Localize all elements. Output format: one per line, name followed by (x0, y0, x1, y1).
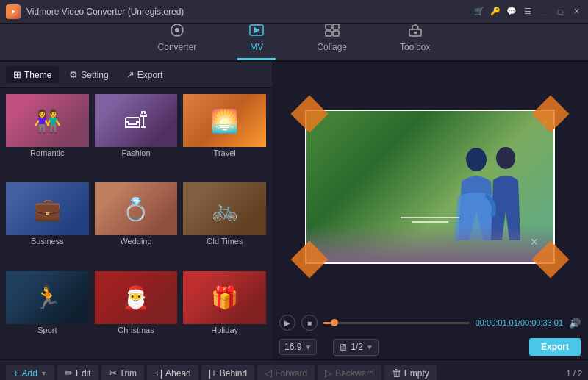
trim-icon: ✂ (109, 368, 117, 379)
toolbox-icon (408, 24, 423, 40)
tab-toolbox-label: Toolbox (400, 42, 430, 52)
subtab-theme[interactable]: ⊞ Theme (6, 66, 59, 83)
subtab-setting-label: Setting (81, 70, 108, 80)
subtab-export[interactable]: ↗ Export (119, 66, 171, 83)
theme-label-wedding: Wedding (95, 235, 178, 248)
forward-button[interactable]: ◁ Forward (257, 365, 315, 380)
theme-item-business[interactable]: 💼 Business (4, 181, 90, 266)
progress-fill (323, 322, 331, 324)
page-select-value: 1/2 (351, 342, 363, 352)
backward-button[interactable]: ▷ Backward (318, 365, 381, 380)
message-icon[interactable]: 💬 (506, 6, 517, 18)
text-line-2 (412, 221, 448, 223)
export-button[interactable]: Export (529, 338, 581, 356)
svg-point-12 (466, 148, 487, 171)
time-display: 00:00:01.01/00:00:33.01 (476, 318, 563, 327)
tab-toolbox[interactable]: Toolbox (388, 19, 442, 60)
svg-marker-5 (254, 27, 260, 33)
empty-label: Empty (404, 368, 429, 379)
text-line-1 (401, 217, 459, 218)
theme-item-wedding[interactable]: 💍 Wedding (93, 181, 179, 266)
theme-label-travel: Travel (183, 147, 266, 159)
svg-rect-8 (326, 31, 331, 36)
theme-label-sport: Sport (6, 324, 89, 337)
tab-collage-label: Collage (317, 42, 347, 52)
player-controls: ▶ ■ 00:00:01.01/00:00:33.01 🔊 (272, 311, 588, 334)
setting-gear-icon: ⚙ (69, 69, 78, 80)
ahead-button[interactable]: +| Ahead (147, 365, 198, 380)
screen-select[interactable]: 🖥 1/2 ▼ (333, 339, 379, 356)
trim-label: Trim (120, 368, 137, 379)
theme-item-holiday[interactable]: 🎁 Holiday (182, 270, 268, 355)
theme-item-fashion[interactable]: 🛋 Fashion (93, 93, 179, 178)
page-arrow-icon: ▼ (366, 343, 373, 351)
app-icon (6, 4, 21, 19)
edit-label: Edit (76, 368, 91, 379)
tab-converter-label: Converter (158, 42, 197, 52)
theme-item-christmas[interactable]: 🎅 Christmas (93, 270, 179, 355)
trim-button[interactable]: ✂ Trim (101, 365, 145, 380)
tab-mv-label: MV (250, 42, 263, 52)
behind-button[interactable]: |+ Behind (201, 365, 254, 380)
tab-collage[interactable]: Collage (305, 19, 359, 60)
mv-icon (249, 24, 264, 40)
progress-dot (331, 319, 338, 326)
maximize-button[interactable]: □ (554, 6, 566, 18)
ratio-export-row: 16:9 ▼ 🖥 1/2 ▼ Export (272, 334, 588, 359)
window-controls: 🛒 🔑 💬 ☰ ─ □ ✕ (473, 6, 582, 18)
right-panel: ♥ ✕ ▶ ■ 00:00:01.01/00:00:33.01 🔊 16:9 ▼ (272, 62, 588, 359)
key-icon[interactable]: 🔑 (490, 6, 501, 18)
add-dropdown-icon: ▼ (40, 370, 47, 377)
field-bg (306, 226, 553, 262)
tab-mv[interactable]: MV (237, 19, 276, 60)
empty-button[interactable]: 🗑 Empty (384, 365, 437, 380)
add-button[interactable]: + Add ▼ (6, 365, 54, 380)
theme-grid: 👫 Romantic 🛋 Fashion 🌅 Travel (0, 88, 272, 359)
add-icon: + (13, 368, 19, 379)
behind-icon: |+ (209, 368, 217, 379)
bottom-toolbar: + Add ▼ ✏ Edit ✂ Trim +| Ahead |+ Behind… (0, 359, 588, 380)
svg-rect-7 (333, 24, 339, 29)
theme-label-fashion: Fashion (95, 147, 178, 159)
ratio-arrow-icon: ▼ (304, 343, 312, 351)
theme-item-oldtimes[interactable]: 🚲 Old Times (182, 181, 268, 266)
svg-rect-11 (414, 32, 417, 34)
minimize-button[interactable]: ─ (538, 6, 550, 18)
subtab-theme-label: Theme (24, 70, 51, 80)
theme-label-romantic: Romantic (6, 147, 89, 159)
ratio-value: 16:9 (284, 342, 301, 352)
theme-label-holiday: Holiday (183, 324, 266, 337)
subtab-setting[interactable]: ⚙ Setting (62, 66, 115, 83)
close-overlay-icon: ✕ (530, 236, 539, 248)
theme-item-sport[interactable]: 🏃 Sport (4, 270, 90, 355)
preview-image: ♥ ✕ (305, 110, 555, 264)
svg-rect-6 (326, 24, 331, 29)
svg-rect-9 (333, 31, 339, 36)
menu-icon[interactable]: ☰ (522, 6, 534, 18)
export-arrow-icon: ↗ (126, 69, 135, 80)
title-bar: Vidmore Video Converter (Unregistered) 🛒… (0, 0, 588, 24)
tab-converter[interactable]: Converter (146, 19, 209, 60)
sub-tabs: ⊞ Theme ⚙ Setting ↗ Export (0, 62, 272, 88)
page-number-right: 1 / 2 (567, 369, 582, 378)
progress-bar[interactable] (323, 322, 470, 324)
main-content: ⊞ Theme ⚙ Setting ↗ Export 👫 Romantic (0, 62, 588, 359)
left-panel: ⊞ Theme ⚙ Setting ↗ Export 👫 Romantic (0, 62, 272, 359)
stop-button[interactable]: ■ (301, 315, 318, 331)
ratio-select[interactable]: 16:9 ▼ (279, 339, 317, 355)
preview-area: ♥ ✕ (272, 62, 588, 311)
theme-item-romantic[interactable]: 👫 Romantic (4, 93, 90, 178)
backward-icon: ▷ (325, 368, 332, 379)
backward-label: Backward (335, 368, 374, 379)
screen-icon: 🖥 (338, 342, 348, 353)
play-button[interactable]: ▶ (279, 315, 295, 331)
edit-button[interactable]: ✏ Edit (57, 365, 98, 380)
volume-icon[interactable]: 🔊 (569, 318, 581, 329)
collage-icon (325, 24, 340, 40)
svg-point-13 (496, 147, 515, 169)
cart-icon[interactable]: 🛒 (473, 6, 485, 18)
behind-label: Behind (220, 368, 247, 379)
converter-icon (170, 24, 184, 40)
theme-item-travel[interactable]: 🌅 Travel (182, 93, 268, 178)
close-button[interactable]: ✕ (570, 6, 582, 18)
